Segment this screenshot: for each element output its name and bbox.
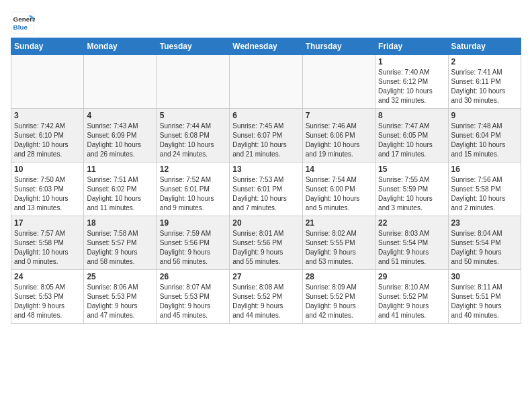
calendar-cell: 7Sunrise: 7:46 AM Sunset: 6:06 PM Daylig… bbox=[302, 109, 375, 163]
day-number: 6 bbox=[232, 111, 299, 120]
day-info: Sunrise: 8:07 AM Sunset: 5:53 PM Dayligh… bbox=[160, 283, 226, 320]
day-info: Sunrise: 7:43 AM Sunset: 6:09 PM Dayligh… bbox=[87, 122, 153, 159]
day-info: Sunrise: 7:56 AM Sunset: 5:58 PM Dayligh… bbox=[451, 175, 518, 213]
calendar-week-row: 24Sunrise: 8:05 AM Sunset: 5:53 PM Dayli… bbox=[11, 270, 521, 324]
calendar-cell: 11Sunrise: 7:51 AM Sunset: 6:02 PM Dayli… bbox=[84, 163, 157, 216]
day-number: 21 bbox=[306, 218, 372, 228]
calendar-cell: 1Sunrise: 7:40 AM Sunset: 6:12 PM Daylig… bbox=[375, 55, 448, 109]
day-info: Sunrise: 7:45 AM Sunset: 6:07 PM Dayligh… bbox=[232, 122, 299, 159]
day-number: 2 bbox=[451, 57, 518, 66]
calendar-cell: 17Sunrise: 7:57 AM Sunset: 5:58 PM Dayli… bbox=[11, 216, 84, 270]
calendar-cell: 20Sunrise: 8:01 AM Sunset: 5:56 PM Dayli… bbox=[230, 216, 302, 270]
day-number: 16 bbox=[451, 165, 518, 174]
calendar-cell: 23Sunrise: 8:04 AM Sunset: 5:54 PM Dayli… bbox=[448, 216, 521, 270]
day-number: 8 bbox=[378, 111, 445, 120]
day-info: Sunrise: 8:04 AM Sunset: 5:54 PM Dayligh… bbox=[451, 229, 518, 267]
calendar-cell bbox=[84, 55, 157, 109]
calendar-cell: 24Sunrise: 8:05 AM Sunset: 5:53 PM Dayli… bbox=[11, 270, 84, 324]
calendar-cell: 8Sunrise: 7:47 AM Sunset: 6:05 PM Daylig… bbox=[375, 109, 448, 163]
day-info: Sunrise: 7:40 AM Sunset: 6:12 PM Dayligh… bbox=[378, 68, 445, 105]
calendar-cell: 22Sunrise: 8:03 AM Sunset: 5:54 PM Dayli… bbox=[375, 216, 448, 270]
day-info: Sunrise: 7:53 AM Sunset: 6:01 PM Dayligh… bbox=[232, 175, 299, 213]
calendar-cell bbox=[302, 55, 375, 109]
calendar-cell: 27Sunrise: 8:08 AM Sunset: 5:52 PM Dayli… bbox=[230, 270, 302, 324]
day-number: 15 bbox=[378, 165, 445, 174]
day-number: 3 bbox=[14, 111, 81, 120]
day-info: Sunrise: 7:52 AM Sunset: 6:01 PM Dayligh… bbox=[160, 175, 226, 213]
calendar-header-row: SundayMondayTuesdayWednesdayThursdayFrid… bbox=[11, 38, 521, 55]
calendar-cell: 26Sunrise: 8:07 AM Sunset: 5:53 PM Dayli… bbox=[157, 270, 229, 324]
day-info: Sunrise: 7:46 AM Sunset: 6:06 PM Dayligh… bbox=[306, 122, 372, 159]
day-number: 23 bbox=[451, 218, 518, 228]
calendar-cell: 2Sunrise: 7:41 AM Sunset: 6:11 PM Daylig… bbox=[448, 55, 521, 109]
day-number: 10 bbox=[14, 165, 81, 174]
weekday-header-monday: Monday bbox=[84, 38, 157, 55]
day-number: 9 bbox=[451, 111, 518, 120]
day-info: Sunrise: 7:47 AM Sunset: 6:05 PM Dayligh… bbox=[378, 122, 445, 159]
day-info: Sunrise: 8:11 AM Sunset: 5:51 PM Dayligh… bbox=[451, 283, 518, 320]
day-number: 22 bbox=[378, 218, 445, 228]
day-info: Sunrise: 8:06 AM Sunset: 5:53 PM Dayligh… bbox=[87, 283, 153, 320]
day-info: Sunrise: 7:58 AM Sunset: 5:57 PM Dayligh… bbox=[87, 229, 153, 267]
calendar-cell: 12Sunrise: 7:52 AM Sunset: 6:01 PM Dayli… bbox=[157, 163, 229, 216]
day-number: 17 bbox=[14, 218, 81, 228]
weekday-header-friday: Friday bbox=[375, 38, 448, 55]
day-number: 13 bbox=[232, 165, 299, 174]
day-info: Sunrise: 8:08 AM Sunset: 5:52 PM Dayligh… bbox=[232, 283, 299, 320]
weekday-header-wednesday: Wednesday bbox=[230, 38, 302, 55]
calendar-cell: 28Sunrise: 8:09 AM Sunset: 5:52 PM Dayli… bbox=[302, 270, 375, 324]
day-info: Sunrise: 7:57 AM Sunset: 5:58 PM Dayligh… bbox=[14, 229, 81, 267]
day-number: 30 bbox=[451, 272, 518, 281]
day-number: 11 bbox=[87, 165, 153, 174]
calendar-week-row: 3Sunrise: 7:42 AM Sunset: 6:10 PM Daylig… bbox=[11, 109, 521, 163]
day-number: 27 bbox=[232, 272, 299, 281]
day-number: 25 bbox=[87, 272, 153, 281]
calendar-week-row: 17Sunrise: 7:57 AM Sunset: 5:58 PM Dayli… bbox=[11, 216, 521, 270]
day-info: Sunrise: 8:03 AM Sunset: 5:54 PM Dayligh… bbox=[378, 229, 445, 267]
day-number: 26 bbox=[160, 272, 226, 281]
day-info: Sunrise: 8:05 AM Sunset: 5:53 PM Dayligh… bbox=[14, 283, 81, 320]
page-header: General Blue bbox=[11, 11, 521, 35]
day-number: 14 bbox=[306, 165, 372, 174]
calendar-week-row: 1Sunrise: 7:40 AM Sunset: 6:12 PM Daylig… bbox=[11, 55, 521, 109]
calendar-cell: 5Sunrise: 7:44 AM Sunset: 6:08 PM Daylig… bbox=[157, 109, 229, 163]
day-info: Sunrise: 7:44 AM Sunset: 6:08 PM Dayligh… bbox=[160, 122, 226, 159]
calendar-cell: 3Sunrise: 7:42 AM Sunset: 6:10 PM Daylig… bbox=[11, 109, 84, 163]
calendar-cell bbox=[157, 55, 229, 109]
calendar-cell: 30Sunrise: 8:11 AM Sunset: 5:51 PM Dayli… bbox=[448, 270, 521, 324]
weekday-header-tuesday: Tuesday bbox=[157, 38, 229, 55]
calendar-cell: 14Sunrise: 7:54 AM Sunset: 6:00 PM Dayli… bbox=[302, 163, 375, 216]
calendar-cell: 4Sunrise: 7:43 AM Sunset: 6:09 PM Daylig… bbox=[84, 109, 157, 163]
calendar-cell bbox=[11, 55, 84, 109]
day-number: 18 bbox=[87, 218, 153, 228]
day-number: 20 bbox=[232, 218, 299, 228]
calendar-cell bbox=[230, 55, 302, 109]
day-number: 5 bbox=[160, 111, 226, 120]
calendar-cell: 6Sunrise: 7:45 AM Sunset: 6:07 PM Daylig… bbox=[230, 109, 302, 163]
day-info: Sunrise: 7:54 AM Sunset: 6:00 PM Dayligh… bbox=[306, 175, 372, 213]
day-number: 1 bbox=[378, 57, 445, 66]
day-info: Sunrise: 7:55 AM Sunset: 5:59 PM Dayligh… bbox=[378, 175, 445, 213]
calendar-cell: 13Sunrise: 7:53 AM Sunset: 6:01 PM Dayli… bbox=[230, 163, 302, 216]
svg-text:Blue: Blue bbox=[13, 24, 28, 31]
calendar-cell: 25Sunrise: 8:06 AM Sunset: 5:53 PM Dayli… bbox=[84, 270, 157, 324]
day-info: Sunrise: 8:01 AM Sunset: 5:56 PM Dayligh… bbox=[232, 229, 299, 267]
calendar-table: SundayMondayTuesdayWednesdayThursdayFrid… bbox=[11, 38, 521, 324]
weekday-header-thursday: Thursday bbox=[302, 38, 375, 55]
calendar-cell: 9Sunrise: 7:48 AM Sunset: 6:04 PM Daylig… bbox=[448, 109, 521, 163]
day-info: Sunrise: 7:48 AM Sunset: 6:04 PM Dayligh… bbox=[451, 122, 518, 159]
weekday-header-saturday: Saturday bbox=[448, 38, 521, 55]
day-info: Sunrise: 7:42 AM Sunset: 6:10 PM Dayligh… bbox=[14, 122, 81, 159]
day-info: Sunrise: 8:02 AM Sunset: 5:55 PM Dayligh… bbox=[306, 229, 372, 267]
day-info: Sunrise: 7:59 AM Sunset: 5:56 PM Dayligh… bbox=[160, 229, 226, 267]
calendar-cell: 15Sunrise: 7:55 AM Sunset: 5:59 PM Dayli… bbox=[375, 163, 448, 216]
day-number: 24 bbox=[14, 272, 81, 281]
calendar-cell: 21Sunrise: 8:02 AM Sunset: 5:55 PM Dayli… bbox=[302, 216, 375, 270]
calendar-week-row: 10Sunrise: 7:50 AM Sunset: 6:03 PM Dayli… bbox=[11, 163, 521, 216]
day-number: 19 bbox=[160, 218, 226, 228]
day-number: 29 bbox=[378, 272, 445, 281]
calendar-cell: 29Sunrise: 8:10 AM Sunset: 5:52 PM Dayli… bbox=[375, 270, 448, 324]
day-number: 4 bbox=[87, 111, 153, 120]
day-info: Sunrise: 8:10 AM Sunset: 5:52 PM Dayligh… bbox=[378, 283, 445, 320]
logo-icon: General Blue bbox=[11, 11, 35, 35]
